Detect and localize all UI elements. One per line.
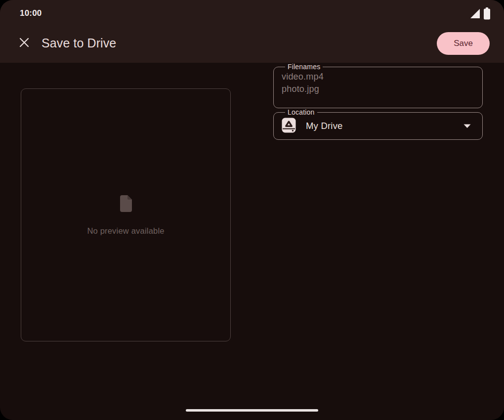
- form-column: Filenames video.mp4 photo.jpg Location: [273, 63, 483, 140]
- page-title: Save to Drive: [42, 36, 116, 50]
- main-content: No preview available Filenames video.mp4…: [0, 63, 504, 420]
- no-preview-message: No preview available: [87, 226, 164, 236]
- location-selected-value: My Drive: [306, 121, 343, 131]
- filenames-label: Filenames: [285, 63, 323, 71]
- status-icons: [469, 7, 491, 20]
- app-bar: Save to Drive Save: [0, 24, 504, 63]
- status-time: 10:00: [20, 8, 42, 18]
- filename-item: video.mp4: [282, 71, 474, 83]
- gesture-navigation-bar[interactable]: [186, 409, 318, 412]
- battery-icon: [483, 7, 491, 20]
- location-label: Location: [285, 108, 317, 116]
- status-bar: 10:00: [0, 0, 504, 24]
- cellular-signal-icon: [469, 8, 481, 19]
- filenames-field[interactable]: Filenames video.mp4 photo.jpg: [273, 63, 483, 108]
- location-dropdown[interactable]: Location My Drive: [273, 108, 483, 140]
- preview-panel: No preview available: [21, 88, 231, 341]
- drive-storage-icon: [282, 118, 296, 135]
- location-row: My Drive: [282, 116, 474, 138]
- save-to-drive-screen: 10:00: [0, 0, 504, 420]
- caret-down-icon: [463, 124, 471, 128]
- close-button[interactable]: [15, 34, 34, 53]
- top-band: 10:00: [0, 0, 504, 63]
- save-button[interactable]: Save: [437, 32, 490, 55]
- document-file-icon: [119, 195, 133, 214]
- filename-item: photo.jpg: [282, 83, 474, 95]
- close-icon: [18, 37, 30, 50]
